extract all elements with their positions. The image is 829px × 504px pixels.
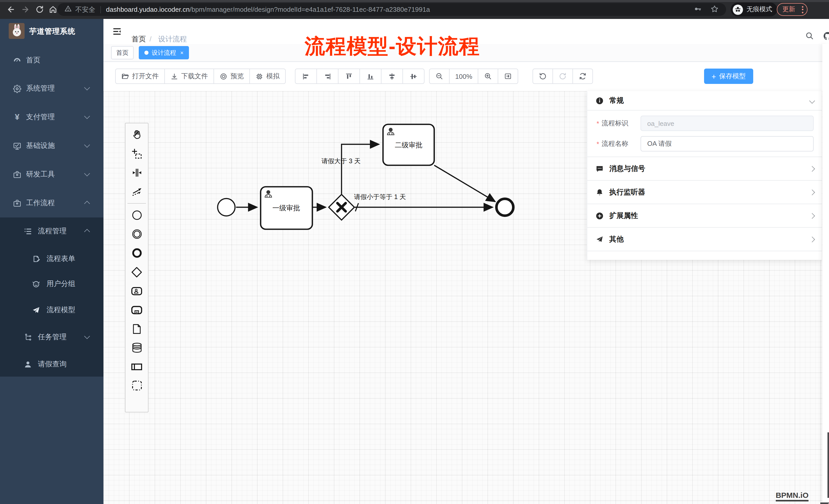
- flow-task2-to-end[interactable]: [434, 165, 495, 202]
- browser-home-icon[interactable]: [48, 5, 57, 14]
- section-general[interactable]: 常规: [587, 91, 822, 111]
- edge-label-greater-than[interactable]: 请假大于 3 天: [322, 157, 361, 164]
- chevron-down-icon: [84, 171, 90, 177]
- align-right-icon[interactable]: [317, 69, 338, 83]
- align-middle-icon[interactable]: [382, 69, 403, 83]
- simulate-button[interactable]: 模拟: [250, 69, 285, 83]
- refresh-icon[interactable]: [573, 69, 592, 83]
- sidebar-item-label: 首页: [26, 56, 40, 65]
- incognito-label: 无痕模式: [747, 5, 772, 14]
- edge-label-less-equal[interactable]: 请假小于等于 1 天: [354, 193, 406, 200]
- save-model-button[interactable]: + 保存模型: [704, 69, 753, 84]
- sidebar-item-process-model[interactable]: 流程模型: [0, 297, 103, 323]
- align-center-icon[interactable]: [403, 69, 424, 83]
- chevron-down-icon: [84, 85, 90, 90]
- open-file-button[interactable]: 打开文件: [116, 69, 165, 83]
- toolbox-icon: [13, 170, 22, 179]
- zoom-level[interactable]: 100%: [449, 69, 478, 83]
- section-messages-signals[interactable]: 消息与信号: [587, 157, 822, 181]
- sidebar-item-leave-query[interactable]: 请假查询: [0, 351, 103, 377]
- designer-toolbar: 打开文件 下载文件 预览 模拟: [103, 62, 829, 91]
- tab-home[interactable]: 首页: [111, 46, 134, 60]
- security-label[interactable]: 不安全: [75, 5, 95, 14]
- section-label: 消息与信号: [609, 164, 645, 173]
- sidebar-item-infrastructure[interactable]: 基础设施: [0, 133, 103, 159]
- github-icon[interactable]: [822, 31, 829, 41]
- incognito-badge: 无痕模式: [731, 3, 777, 16]
- chevron-right-icon: [809, 213, 815, 219]
- sidebar-item-task-management[interactable]: 任务管理: [0, 324, 103, 350]
- sidebar-item-label: 流程管理: [38, 227, 67, 236]
- zoom-out-icon[interactable]: [430, 69, 449, 83]
- user-group-icon: [32, 280, 40, 288]
- save-model-label: 保存模型: [719, 72, 746, 81]
- zoom-in-icon[interactable]: [478, 69, 499, 83]
- search-icon[interactable]: [804, 31, 815, 41]
- sidebar-item-workflow[interactable]: 工作流程: [0, 190, 103, 216]
- field-label: 流程标识: [602, 119, 636, 128]
- sidebar-item-label: 任务管理: [38, 333, 67, 342]
- process-name-input[interactable]: [641, 136, 814, 151]
- send-icon: [596, 235, 604, 243]
- url-host: dashboard.yudao.iocoder.cn: [106, 6, 190, 13]
- chevron-down-icon: [809, 98, 815, 104]
- process-key-input[interactable]: [641, 116, 814, 131]
- properties-panel: 常规 * 流程标识 * 流程名称 消息与信号 执行监听器: [587, 91, 822, 260]
- sidebar-item-devtools[interactable]: 研发工具: [0, 162, 103, 187]
- window-edge: [827, 432, 829, 498]
- browser-forward-icon[interactable]: [21, 5, 30, 14]
- sidebar-item-label: 支付管理: [26, 113, 55, 122]
- exclusive-gateway[interactable]: [329, 194, 354, 220]
- task1-label: 一级审批: [273, 204, 300, 212]
- plus-icon: +: [712, 72, 716, 80]
- active-tab-dot: [144, 51, 148, 55]
- align-left-icon[interactable]: [295, 69, 317, 83]
- bpmn-io-watermark[interactable]: BPMN.iO: [776, 491, 808, 501]
- undo-icon[interactable]: [533, 69, 553, 83]
- tab-design-process[interactable]: 设计流程 ×: [139, 46, 189, 60]
- password-key-icon[interactable]: [693, 4, 702, 14]
- browser-back-icon[interactable]: [6, 5, 15, 14]
- sidebar-item-process-form[interactable]: 流程表单: [0, 246, 103, 272]
- task2-label: 二级审批: [395, 141, 423, 149]
- align-top-icon[interactable]: [338, 69, 360, 83]
- task-first-approval[interactable]: 一级审批: [261, 187, 312, 229]
- monitor-icon: [13, 142, 22, 150]
- section-execution-listener[interactable]: 执行监听器: [587, 181, 822, 204]
- gear-icon: [13, 84, 22, 93]
- org-tree-icon: [24, 333, 32, 342]
- download-file-label: 下载文件: [181, 72, 208, 81]
- breadcrumb-home[interactable]: 首页: [132, 35, 146, 44]
- sidebar-item-label: 工作流程: [26, 198, 55, 208]
- browser-update-button[interactable]: 更新: [777, 3, 807, 16]
- align-bottom-icon[interactable]: [360, 69, 382, 83]
- download-file-button[interactable]: 下载文件: [165, 69, 214, 83]
- preview-button[interactable]: 预览: [214, 69, 250, 83]
- update-label[interactable]: 更新: [783, 5, 795, 14]
- sidebar-item-system[interactable]: 系统管理: [0, 76, 103, 101]
- file-button-group: 打开文件 下载文件 预览 模拟: [115, 69, 286, 84]
- start-event[interactable]: [218, 198, 235, 216]
- zoom-button-group: 100%: [429, 69, 518, 84]
- section-other[interactable]: 其他: [587, 228, 822, 251]
- red-annotation-title: 流程模型-设计流程: [305, 32, 480, 61]
- sidebar-item-process-management[interactable]: 流程管理: [0, 219, 103, 244]
- address-bar[interactable]: 不安全 dashboard.yudao.iocoder.cn/bpm/manag…: [57, 3, 726, 16]
- chevron-right-icon: [809, 166, 815, 172]
- task-second-approval[interactable]: 二级审批: [383, 124, 434, 165]
- zoom-reset-icon[interactable]: [499, 69, 518, 83]
- sidebar-collapse-icon[interactable]: [112, 26, 122, 36]
- section-extended-properties[interactable]: 扩展属性: [587, 204, 822, 228]
- browser-menu-icon[interactable]: [802, 6, 803, 13]
- flow-gateway-to-task2[interactable]: [341, 144, 379, 194]
- sidebar-item-payment[interactable]: ¥ 支付管理: [0, 104, 103, 130]
- redo-icon[interactable]: [553, 69, 573, 83]
- browser-reload-icon[interactable]: [35, 5, 44, 14]
- bookmark-star-icon[interactable]: [710, 4, 719, 14]
- tab-close-icon[interactable]: ×: [180, 50, 184, 55]
- sidebar-item-user-group[interactable]: 用户分组: [0, 271, 103, 297]
- end-event[interactable]: [497, 199, 513, 216]
- sidebar-item-home[interactable]: 首页: [0, 48, 103, 73]
- field-process-key: * 流程标识: [587, 116, 822, 131]
- section-label: 执行监听器: [609, 188, 645, 197]
